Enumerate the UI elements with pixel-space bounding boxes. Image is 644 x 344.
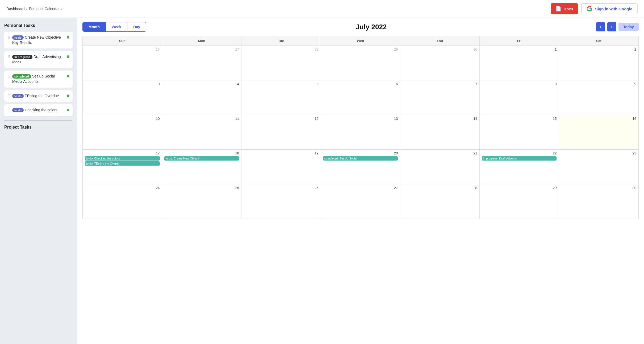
day-header-thu: Thu bbox=[400, 36, 480, 46]
cal-cell[interactable]: 14 bbox=[400, 115, 480, 150]
cal-cell[interactable]: 29 bbox=[480, 184, 559, 219]
calendar-event[interactable]: to do: TEsting the Overdu bbox=[85, 161, 160, 166]
task-title: TEsting the Overdue bbox=[25, 94, 59, 98]
cal-cell[interactable]: 28 bbox=[400, 184, 480, 219]
calendar-area: MonthWeekDay July 2022 ‹ › Today SunMonT… bbox=[77, 18, 644, 344]
next-button[interactable]: › bbox=[607, 22, 616, 31]
cal-cell[interactable]: 11 bbox=[162, 115, 242, 150]
breadcrumb-dashboard[interactable]: Dashboard bbox=[6, 7, 25, 11]
day-number: 25 bbox=[164, 186, 239, 190]
day-number: 14 bbox=[402, 117, 477, 121]
cal-cell[interactable]: 13 bbox=[321, 115, 400, 150]
calendar-event[interactable]: in progress: Draft Advertis bbox=[482, 156, 557, 161]
task-item[interactable]: ⠿ to doCreate New Objective Key Results bbox=[4, 32, 73, 48]
task-content: to doCreate New Objective Key Results bbox=[12, 35, 65, 45]
task-item[interactable]: ⠿ completedSet Up Social Media Accounts bbox=[4, 71, 73, 87]
cal-cell[interactable]: 2 bbox=[559, 46, 638, 80]
cal-cell[interactable]: 30 bbox=[559, 184, 638, 219]
view-tab-week[interactable]: Week bbox=[106, 22, 127, 31]
cal-cell[interactable]: 10 bbox=[83, 115, 162, 150]
prev-button[interactable]: ‹ bbox=[596, 22, 605, 31]
day-number: 8 bbox=[482, 82, 557, 86]
task-item[interactable]: ⠿ to doTEsting the Overdue bbox=[4, 90, 73, 102]
task-dot bbox=[67, 55, 69, 58]
cal-cell[interactable]: 24 bbox=[83, 184, 162, 219]
cal-cell[interactable]: 25 bbox=[162, 184, 242, 219]
cal-cell[interactable]: 21 bbox=[400, 150, 480, 184]
task-content: completedSet Up Social Media Accounts bbox=[12, 74, 65, 84]
day-number: 23 bbox=[561, 151, 636, 155]
cal-cell[interactable]: 29 bbox=[321, 46, 400, 80]
cal-cell[interactable]: 5 bbox=[241, 80, 321, 115]
cal-cell[interactable]: 6 bbox=[321, 80, 400, 115]
day-header-sun: Sun bbox=[83, 36, 162, 46]
cal-cell[interactable]: 7 bbox=[400, 80, 480, 115]
calendar-grid: SunMonTueWedThuFriSat 262728293012345678… bbox=[82, 36, 639, 219]
day-number: 3 bbox=[85, 82, 160, 86]
nav-controls: ‹ › Today bbox=[596, 22, 639, 31]
cal-cell[interactable]: 9 bbox=[559, 80, 638, 115]
day-number: 27 bbox=[164, 47, 239, 51]
drag-handle[interactable]: ⠿ bbox=[7, 74, 10, 79]
drag-handle[interactable]: ⠿ bbox=[7, 108, 10, 112]
task-dot bbox=[67, 75, 69, 77]
header: Dashboard / Personal Calendar / 📄 Docs S… bbox=[0, 0, 644, 18]
task-title: Checking the colors bbox=[25, 108, 57, 112]
calendar-body: 26272829301234567891011121314151617to do… bbox=[83, 46, 638, 219]
google-signin-button[interactable]: Sign in with Google bbox=[581, 3, 638, 14]
day-number: 22 bbox=[482, 151, 557, 155]
docs-button[interactable]: 📄 Docs bbox=[551, 3, 578, 14]
cal-cell[interactable]: 27 bbox=[162, 46, 242, 80]
cal-cell[interactable]: 26 bbox=[241, 184, 321, 219]
day-number: 28 bbox=[244, 47, 319, 51]
drag-handle[interactable]: ⠿ bbox=[7, 35, 10, 40]
task-dot bbox=[67, 109, 69, 111]
cal-cell[interactable]: 28 bbox=[241, 46, 321, 80]
cal-cell[interactable]: 20completed: Set Up Social bbox=[321, 150, 400, 184]
cal-cell[interactable]: 15 bbox=[480, 115, 559, 150]
google-signin-label: Sign in with Google bbox=[595, 7, 632, 11]
cal-cell[interactable]: 8 bbox=[480, 80, 559, 115]
cal-cell[interactable]: 23 bbox=[559, 150, 638, 184]
cal-cell[interactable]: 22in progress: Draft Advertis bbox=[480, 150, 559, 184]
day-number: 18 bbox=[164, 151, 239, 155]
calendar-event[interactable]: to do: Checking the colors bbox=[85, 156, 160, 161]
breadcrumb: Dashboard / Personal Calendar / bbox=[6, 7, 547, 11]
day-number: 16 bbox=[561, 117, 636, 121]
cal-cell[interactable]: 26 bbox=[83, 46, 162, 80]
view-tab-month[interactable]: Month bbox=[83, 22, 106, 31]
day-number: 24 bbox=[85, 186, 160, 190]
cal-cell[interactable]: 19 bbox=[241, 150, 321, 184]
task-item[interactable]: ⠿ in progressDraft Advertising Ideas bbox=[4, 51, 73, 68]
day-header-fri: Fri bbox=[480, 36, 559, 46]
day-header-mon: Mon bbox=[162, 36, 242, 46]
sidebar: Personal Tasks ⠿ to doCreate New Objecti… bbox=[0, 18, 77, 344]
task-dot bbox=[67, 36, 69, 39]
day-number: 9 bbox=[561, 82, 636, 86]
today-button[interactable]: Today bbox=[618, 23, 639, 31]
cal-cell[interactable]: 3 bbox=[83, 80, 162, 115]
google-icon bbox=[587, 6, 592, 12]
day-number: 6 bbox=[323, 82, 398, 86]
day-number: 20 bbox=[323, 151, 398, 155]
drag-handle[interactable]: ⠿ bbox=[7, 94, 10, 98]
breadcrumb-personal-calendar[interactable]: Personal Calendar bbox=[29, 7, 60, 11]
main-layout: Personal Tasks ⠿ to doCreate New Objecti… bbox=[0, 18, 644, 344]
task-item[interactable]: ⠿ to doChecking the colors bbox=[4, 104, 73, 116]
cal-cell[interactable]: 1 bbox=[480, 46, 559, 80]
drag-handle[interactable]: ⠿ bbox=[7, 55, 10, 59]
calendar-event[interactable]: completed: Set Up Social bbox=[323, 156, 398, 161]
cal-cell[interactable]: 17to do: Checking the colorsto do: TEsti… bbox=[83, 150, 162, 184]
view-tab-day[interactable]: Day bbox=[127, 22, 146, 31]
cal-cell[interactable]: 30 bbox=[400, 46, 480, 80]
day-number: 11 bbox=[164, 117, 239, 121]
calendar-toolbar: MonthWeekDay July 2022 ‹ › Today bbox=[82, 22, 639, 32]
calendar-event[interactable]: to do: Create New Objecti bbox=[164, 156, 239, 161]
day-number: 26 bbox=[244, 186, 319, 190]
cal-cell[interactable]: 27 bbox=[321, 184, 400, 219]
cal-cell[interactable]: 18to do: Create New Objecti bbox=[162, 150, 242, 184]
breadcrumb-sep2: / bbox=[61, 7, 62, 11]
cal-cell[interactable]: 12 bbox=[241, 115, 321, 150]
cal-cell[interactable]: 4 bbox=[162, 80, 242, 115]
cal-cell[interactable]: 16 bbox=[559, 115, 638, 150]
